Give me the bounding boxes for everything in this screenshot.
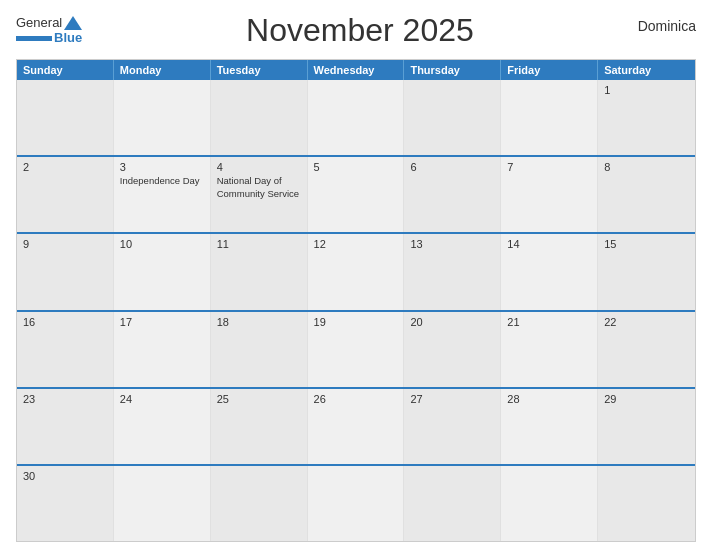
header-thursday: Thursday	[404, 60, 501, 80]
header-wednesday: Wednesday	[308, 60, 405, 80]
day-cell	[404, 80, 501, 155]
day-number: 21	[507, 316, 591, 328]
logo-blue-text: Blue	[54, 30, 82, 45]
day-cell: 12	[308, 234, 405, 309]
day-number: 15	[604, 238, 689, 250]
weeks-container: 123Independence Day4National Day of Comm…	[17, 80, 695, 541]
day-number: 6	[410, 161, 494, 173]
day-number: 20	[410, 316, 494, 328]
calendar-page: General Blue November 2025 Dominica Sund…	[0, 0, 712, 550]
day-cell: 7	[501, 157, 598, 232]
day-number: 10	[120, 238, 204, 250]
day-cell	[598, 466, 695, 541]
day-cell: 4National Day of Community Service	[211, 157, 308, 232]
day-cell: 6	[404, 157, 501, 232]
day-cell: 19	[308, 312, 405, 387]
day-cell	[308, 80, 405, 155]
day-number: 18	[217, 316, 301, 328]
header-saturday: Saturday	[598, 60, 695, 80]
day-cell	[211, 80, 308, 155]
logo-text: General	[16, 16, 62, 30]
day-event: Independence Day	[120, 175, 204, 187]
day-number: 2	[23, 161, 107, 173]
week-5: 23242526272829	[17, 387, 695, 464]
day-number: 16	[23, 316, 107, 328]
day-cell: 15	[598, 234, 695, 309]
day-cell: 30	[17, 466, 114, 541]
day-number: 19	[314, 316, 398, 328]
day-cell: 10	[114, 234, 211, 309]
day-number: 11	[217, 238, 301, 250]
day-cell: 16	[17, 312, 114, 387]
day-cell: 26	[308, 389, 405, 464]
day-event: National Day of Community Service	[217, 175, 301, 200]
day-cell: 13	[404, 234, 501, 309]
week-4: 16171819202122	[17, 310, 695, 387]
day-cell	[501, 466, 598, 541]
day-cell: 20	[404, 312, 501, 387]
day-cell: 23	[17, 389, 114, 464]
day-number: 25	[217, 393, 301, 405]
header-sunday: Sunday	[17, 60, 114, 80]
week-3: 9101112131415	[17, 232, 695, 309]
day-cell	[501, 80, 598, 155]
day-number: 24	[120, 393, 204, 405]
day-number: 3	[120, 161, 204, 173]
day-cell: 5	[308, 157, 405, 232]
day-number: 1	[604, 84, 689, 96]
day-cell	[404, 466, 501, 541]
week-2: 23Independence Day4National Day of Commu…	[17, 155, 695, 232]
day-cell: 9	[17, 234, 114, 309]
day-number: 23	[23, 393, 107, 405]
day-number: 14	[507, 238, 591, 250]
week-1: 1	[17, 80, 695, 155]
day-cell	[308, 466, 405, 541]
day-cell: 25	[211, 389, 308, 464]
logo-icon: General Blue	[16, 16, 82, 45]
day-cell: 11	[211, 234, 308, 309]
day-cell: 8	[598, 157, 695, 232]
day-cell: 21	[501, 312, 598, 387]
day-cell: 27	[404, 389, 501, 464]
header-monday: Monday	[114, 60, 211, 80]
header-tuesday: Tuesday	[211, 60, 308, 80]
day-cell: 1	[598, 80, 695, 155]
logo-triangle-icon	[64, 16, 82, 30]
logo: General Blue	[16, 16, 82, 45]
day-cell: 28	[501, 389, 598, 464]
page-title: November 2025	[82, 12, 637, 49]
day-cell	[17, 80, 114, 155]
day-number: 28	[507, 393, 591, 405]
day-number: 17	[120, 316, 204, 328]
day-number: 30	[23, 470, 107, 482]
day-cell	[114, 466, 211, 541]
country-label: Dominica	[638, 18, 696, 34]
day-cell: 2	[17, 157, 114, 232]
week-6: 30	[17, 464, 695, 541]
day-number: 27	[410, 393, 494, 405]
day-cell: 3Independence Day	[114, 157, 211, 232]
day-number: 4	[217, 161, 301, 173]
day-headers-row: Sunday Monday Tuesday Wednesday Thursday…	[17, 60, 695, 80]
day-cell: 17	[114, 312, 211, 387]
day-cell	[211, 466, 308, 541]
calendar-grid: Sunday Monday Tuesday Wednesday Thursday…	[16, 59, 696, 542]
day-cell: 18	[211, 312, 308, 387]
day-number: 5	[314, 161, 398, 173]
day-number: 9	[23, 238, 107, 250]
day-number: 29	[604, 393, 689, 405]
day-number: 13	[410, 238, 494, 250]
day-number: 26	[314, 393, 398, 405]
logo-blue-bar	[16, 36, 52, 41]
day-cell: 14	[501, 234, 598, 309]
day-number: 8	[604, 161, 689, 173]
day-number: 22	[604, 316, 689, 328]
day-cell: 22	[598, 312, 695, 387]
day-number: 12	[314, 238, 398, 250]
day-cell: 29	[598, 389, 695, 464]
day-number: 7	[507, 161, 591, 173]
header-friday: Friday	[501, 60, 598, 80]
page-header: General Blue November 2025 Dominica	[16, 12, 696, 49]
day-cell	[114, 80, 211, 155]
day-cell: 24	[114, 389, 211, 464]
